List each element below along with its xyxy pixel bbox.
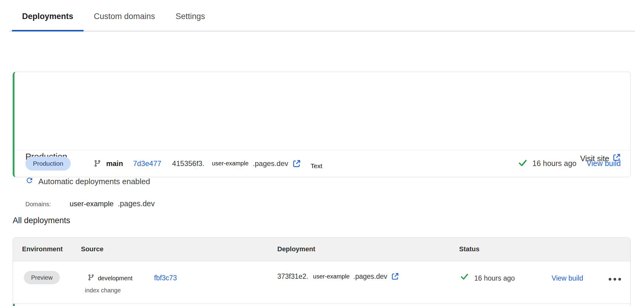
- table-header: Environment Source Deployment Status: [13, 238, 630, 261]
- domains-label: Domains:: [25, 201, 51, 208]
- deployments-table: Environment Source Deployment Status Pre…: [13, 237, 631, 306]
- view-build-link[interactable]: View build: [552, 274, 583, 282]
- environment-badge: Production: [25, 157, 71, 171]
- deployment-domain: user-example: [313, 273, 349, 280]
- automatic-deployments-row: Automatic deployments enabled: [25, 176, 150, 187]
- status-group: 16 hours ago View build: [518, 159, 621, 168]
- automatic-deployments-text: Automatic deployments enabled: [38, 177, 150, 186]
- commit-link[interactable]: fbf3c73: [154, 274, 177, 282]
- check-icon: [518, 159, 527, 168]
- check-icon: [460, 273, 469, 280]
- domains-row: Domains: user-example .pages.dev: [25, 199, 155, 208]
- branch-name: development: [98, 275, 133, 282]
- domain-name: user-example: [69, 200, 113, 208]
- deployment-time: 16 hours ago: [533, 159, 577, 168]
- production-deployment-row: Production main 7d3e477 415356f3. user-e…: [25, 150, 621, 177]
- commit-message: index change: [85, 287, 121, 294]
- view-build-link[interactable]: View build: [586, 159, 621, 168]
- commit-link[interactable]: 7d3e477: [133, 159, 161, 168]
- refresh-icon: [25, 176, 34, 187]
- tab-custom-domains[interactable]: Custom domains: [84, 2, 166, 31]
- table-row: Preview development fbf3c73 index change…: [13, 261, 630, 304]
- column-environment: Environment: [22, 245, 63, 253]
- deployment-domain: user-example: [212, 160, 249, 167]
- git-branch-icon: [88, 274, 95, 281]
- environment-badge: Preview: [24, 271, 60, 284]
- branch-name: main: [106, 159, 123, 168]
- column-status: Status: [459, 245, 479, 253]
- external-link-icon[interactable]: [292, 159, 301, 168]
- tab-settings[interactable]: Settings: [165, 2, 215, 31]
- deployment-time: 16 hours ago: [474, 274, 515, 282]
- more-options-icon[interactable]: [609, 278, 621, 281]
- external-link-icon[interactable]: [391, 272, 399, 280]
- commit-message: Text: [311, 162, 322, 170]
- tab-deployments[interactable]: Deployments: [12, 2, 84, 31]
- domain-suffix: .pages.dev: [118, 199, 155, 208]
- deployment-url: 373f31e2. user-example .pages.dev: [277, 270, 399, 283]
- tab-bar: Deployments Custom domains Settings: [9, 0, 635, 31]
- deployment-domain-suffix: .pages.dev: [253, 159, 288, 168]
- deployment-id: 415356f3.: [172, 159, 204, 168]
- deployment-id: 373f31e2.: [277, 272, 308, 281]
- git-branch-icon: [94, 160, 101, 167]
- column-deployment: Deployment: [277, 245, 315, 253]
- column-source: Source: [81, 245, 104, 253]
- next-row-partial: [13, 304, 630, 306]
- production-card: Production Visit site Automatic deployme…: [13, 72, 631, 177]
- deployment-domain-suffix: .pages.dev: [353, 272, 388, 281]
- all-deployments-title: All deployments: [13, 216, 70, 225]
